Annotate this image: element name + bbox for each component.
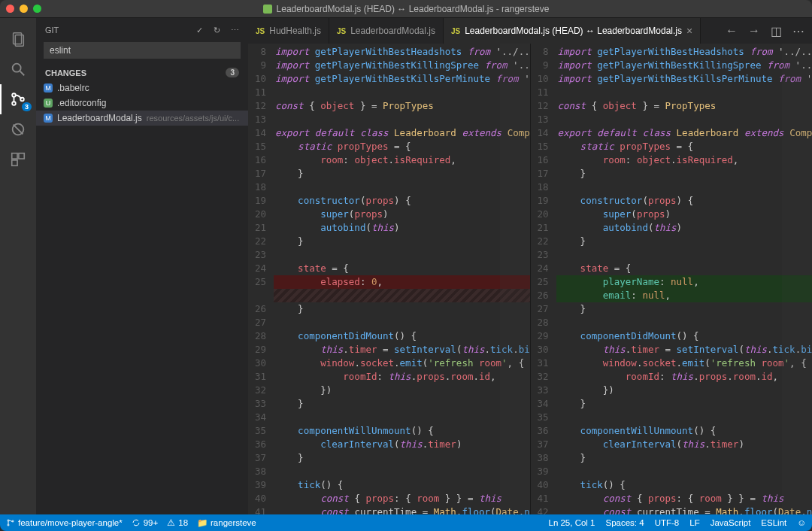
gutter-right: 8910111213141516171819202122232425262728… — [531, 44, 556, 514]
folder-indicator[interactable]: 📁 rangersteve — [197, 517, 256, 528]
indentation[interactable]: Spaces: 4 — [606, 518, 644, 527]
more-actions-icon[interactable]: ⋯ — [792, 24, 804, 38]
window-title-text: LeaderboardModal.js (HEAD) ↔ Leaderboard… — [277, 4, 550, 14]
status-bar: feature/move-player-angle* 99+ ⚠ 18 📁 ra… — [0, 514, 812, 531]
editor-tab[interactable]: JSHudHealth.js — [248, 18, 329, 44]
changes-label: CHANGES — [45, 68, 86, 77]
nav-forward-icon[interactable]: → — [748, 24, 760, 38]
svg-line-3 — [20, 71, 25, 76]
changed-file[interactable]: MLeaderboardModal.jsresources/assets/js/… — [36, 111, 248, 126]
minimap[interactable] — [500, 44, 530, 514]
svg-line-8 — [14, 125, 23, 135]
titlebar: LeaderboardModal.js (HEAD) ↔ Leaderboard… — [0, 0, 812, 18]
code-left[interactable]: import getPlayerWithBestHeadshots from '… — [274, 44, 530, 514]
code-right[interactable]: import getPlayerWithBestHeadshots from '… — [556, 44, 813, 514]
svg-point-2 — [13, 64, 21, 72]
changes-count: 3 — [226, 68, 239, 77]
changes-list: M.babelrcU.editorconfigMLeaderboardModal… — [36, 80, 248, 126]
svg-rect-9 — [12, 153, 17, 159]
tab-label: LeaderboardModal.js — [350, 26, 435, 36]
refresh-icon[interactable]: ↻ — [214, 26, 220, 35]
search-icon[interactable] — [0, 54, 36, 84]
scm-badge: 3 — [22, 102, 32, 111]
editor-tab[interactable]: JSLeaderboardModal.js (HEAD) ↔ Leaderboa… — [444, 18, 701, 44]
scm-title: GIT — [45, 26, 59, 35]
js-file-icon: JS — [256, 27, 265, 35]
eol[interactable]: LF — [689, 518, 699, 527]
scm-sidebar: GIT ✓ ↻ ⋯ CHANGES 3 M.babelrcU.editorcon… — [36, 18, 248, 514]
nav-back-icon[interactable]: ← — [726, 24, 738, 38]
svg-point-5 — [12, 102, 16, 105]
activity-bar: 3 — [0, 18, 36, 514]
diff-pane-left[interactable]: 8910111213141516171819202122232425262728… — [248, 44, 530, 514]
close-tab-icon[interactable]: × — [686, 25, 692, 37]
language-mode[interactable]: JavaScript — [710, 518, 751, 527]
tab-bar: JSHudHealth.jsJSLeaderboardModal.jsJSLea… — [248, 18, 812, 44]
feedback-icon[interactable]: ☺ — [797, 518, 806, 527]
svg-rect-11 — [12, 160, 17, 165]
scm-icon[interactable]: 3 — [0, 84, 36, 114]
explorer-icon[interactable] — [0, 24, 36, 54]
file-path: resources/assets/js/ui/c... — [147, 114, 240, 123]
scm-message-input[interactable] — [44, 42, 241, 59]
file-name: .editorconfig — [57, 98, 106, 108]
more-icon[interactable]: ⋯ — [231, 26, 239, 35]
cursor-position[interactable]: Ln 25, Col 1 — [548, 518, 595, 527]
window-title: LeaderboardModal.js (HEAD) ↔ Leaderboard… — [0, 4, 812, 14]
debug-icon[interactable] — [0, 114, 36, 144]
changed-file[interactable]: M.babelrc — [36, 80, 248, 96]
file-name: .babelrc — [57, 83, 89, 93]
problems[interactable]: ⚠ 18 — [167, 517, 188, 528]
svg-point-4 — [12, 93, 16, 97]
svg-point-13 — [8, 524, 9, 526]
git-sync[interactable]: 99+ — [132, 518, 159, 527]
changes-header[interactable]: CHANGES 3 — [36, 65, 248, 80]
encoding[interactable]: UTF-8 — [655, 518, 680, 527]
extensions-icon[interactable] — [0, 144, 36, 174]
changed-file[interactable]: U.editorconfig — [36, 96, 248, 111]
file-status-badge: M — [44, 83, 53, 93]
file-name: LeaderboardModal.js — [57, 113, 142, 123]
minimap[interactable] — [782, 44, 812, 514]
commit-message-field[interactable] — [44, 42, 241, 59]
js-file-icon: JS — [337, 27, 346, 35]
gutter-left: 8910111213141516171819202122232425262728… — [248, 44, 274, 514]
commit-icon[interactable]: ✓ — [196, 26, 203, 35]
editor-tab[interactable]: JSLeaderboardModal.js — [329, 18, 444, 44]
js-file-icon: JS — [451, 27, 460, 35]
svg-rect-10 — [19, 153, 24, 159]
file-status-badge: U — [44, 99, 53, 108]
scm-header: GIT ✓ ↻ ⋯ — [36, 18, 248, 42]
tab-label: HudHealth.js — [269, 26, 321, 36]
tab-label: LeaderboardModal.js (HEAD) ↔ Leaderboard… — [465, 26, 682, 36]
svg-point-12 — [8, 520, 9, 521]
file-status-badge: M — [44, 114, 53, 123]
git-branch[interactable]: feature/move-player-angle* — [6, 518, 123, 527]
split-editor-icon[interactable]: ◫ — [771, 24, 782, 38]
editor-area: JSHudHealth.jsJSLeaderboardModal.jsJSLea… — [248, 18, 812, 514]
file-type-icon — [263, 5, 272, 14]
diff-pane-right[interactable]: 8910111213141516171819202122232425262728… — [530, 44, 813, 514]
eslint-status[interactable]: ESLint — [761, 518, 786, 527]
